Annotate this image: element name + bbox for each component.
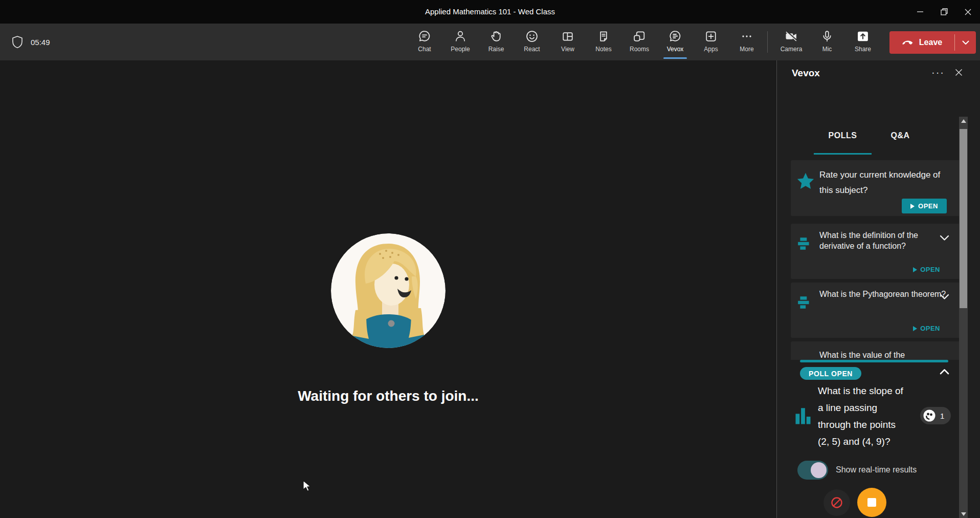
expand-poll-button[interactable] bbox=[940, 234, 949, 243]
toolbar-item-label: Chat bbox=[418, 46, 431, 53]
toolbar-separator bbox=[767, 31, 768, 53]
open-label: OPEN bbox=[920, 325, 940, 332]
audience-icon bbox=[923, 409, 936, 422]
minimize-icon bbox=[917, 9, 923, 15]
tab-qa[interactable]: Q&A bbox=[875, 131, 926, 155]
play-icon bbox=[913, 326, 917, 331]
vevox-panel: Vevox ··· POLLS Q&A Rate your current kn… bbox=[776, 60, 980, 518]
leave-options-button[interactable] bbox=[955, 31, 976, 54]
toolbar-item-view[interactable]: View bbox=[550, 24, 586, 60]
toolbar-item-vevox[interactable]: Vevox bbox=[657, 24, 693, 60]
timer-value: 05:49 bbox=[31, 38, 50, 47]
tab-active-underline bbox=[814, 153, 872, 155]
toolbar-item-more[interactable]: More bbox=[729, 24, 765, 60]
meeting-stage: Waiting for others to join... bbox=[0, 60, 776, 518]
toolbar-item-label: Vevox bbox=[667, 46, 684, 53]
panel-scrollbar[interactable] bbox=[959, 117, 968, 518]
bar-chart-icon bbox=[794, 407, 812, 428]
shield-icon bbox=[11, 35, 24, 49]
leave-main[interactable]: Leave bbox=[889, 31, 954, 54]
minimize-button[interactable] bbox=[908, 0, 932, 24]
toolbar-item-label: More bbox=[740, 46, 753, 53]
share-icon bbox=[856, 29, 870, 44]
active-poll-sheet: POLL OPEN What is the slope of a line pa… bbox=[777, 360, 980, 518]
more-ellipsis-icon bbox=[740, 29, 754, 44]
share-button[interactable]: Share bbox=[845, 24, 881, 60]
toolbar-item-chat[interactable]: Chat bbox=[407, 24, 442, 60]
title-bar: Applied Mathematics 101 - Wed Class bbox=[0, 0, 980, 24]
poll-status-badge: POLL OPEN bbox=[800, 367, 861, 380]
star-icon bbox=[796, 171, 815, 193]
open-poll-button[interactable]: OPEN bbox=[902, 199, 947, 213]
poll-question: Rate your current knowledge of this subj… bbox=[819, 167, 947, 198]
toolbar-item-apps[interactable]: Apps bbox=[693, 24, 729, 60]
leave-button[interactable]: Leave bbox=[889, 31, 976, 54]
tab-label: Q&A bbox=[890, 131, 909, 140]
poll-card[interactable]: What is the definition of the derivative… bbox=[791, 224, 961, 279]
device-item-label: Share bbox=[855, 46, 871, 53]
collapse-sheet-button[interactable] bbox=[937, 364, 952, 379]
camera-off-icon bbox=[784, 29, 798, 44]
scroll-down-button[interactable] bbox=[959, 510, 968, 518]
toolbar-item-label: Apps bbox=[704, 46, 718, 53]
waiting-message: Waiting for others to join... bbox=[0, 388, 776, 404]
poll-bars-icon bbox=[797, 236, 812, 253]
arrow-down-icon bbox=[961, 512, 966, 516]
toolbar-item-notes[interactable]: Notes bbox=[586, 24, 621, 60]
toolbar-item-react[interactable]: React bbox=[514, 24, 550, 60]
cancel-poll-button[interactable] bbox=[823, 489, 850, 516]
open-poll-link[interactable]: OPEN bbox=[913, 325, 940, 332]
toolbar-item-raise[interactable]: Raise bbox=[478, 24, 514, 60]
leave-label: Leave bbox=[919, 38, 942, 47]
toolbar-item-label: People bbox=[451, 46, 470, 53]
maximize-button[interactable] bbox=[932, 0, 956, 24]
realtime-results-toggle[interactable] bbox=[797, 461, 828, 480]
expand-poll-button[interactable] bbox=[940, 293, 949, 302]
panel-more-button[interactable]: ··· bbox=[929, 63, 947, 81]
toggle-label: Show real-time results bbox=[836, 465, 917, 474]
chevron-down-icon bbox=[940, 235, 949, 241]
scroll-up-button[interactable] bbox=[959, 117, 968, 125]
teams-meeting-window: Applied Mathematics 101 - Wed Class 05:4… bbox=[0, 0, 980, 518]
close-button[interactable] bbox=[956, 0, 980, 24]
open-label: OPEN bbox=[918, 202, 938, 210]
ellipsis-icon: ··· bbox=[931, 67, 945, 78]
block-icon bbox=[830, 496, 843, 509]
poll-bars-icon bbox=[797, 295, 812, 312]
chevron-down-icon bbox=[940, 294, 949, 300]
camera-button[interactable]: Camera bbox=[773, 24, 809, 60]
sheet-accent-line bbox=[800, 360, 948, 362]
play-icon bbox=[910, 204, 915, 209]
poll-card[interactable]: Rate your current knowledge of this subj… bbox=[791, 160, 961, 216]
toolbar-item-rooms[interactable]: Rooms bbox=[621, 24, 657, 60]
active-poll-question: What is the slope of a line passing thro… bbox=[818, 382, 920, 450]
meeting-title: Applied Mathematics 101 - Wed Class bbox=[0, 0, 980, 24]
close-icon bbox=[965, 9, 971, 15]
device-controls: Camera Mic Share bbox=[773, 24, 881, 60]
panel-close-button[interactable] bbox=[950, 63, 967, 81]
panel-title: Vevox bbox=[792, 68, 820, 79]
vevox-icon bbox=[668, 29, 682, 44]
toolbar-item-label: Notes bbox=[595, 46, 611, 53]
chevron-up-icon bbox=[940, 369, 949, 375]
poll-card[interactable]: What is the Pythagorean theorem? OPEN bbox=[791, 283, 961, 338]
raise-hand-icon bbox=[489, 29, 503, 44]
tab-label: POLLS bbox=[829, 131, 857, 140]
chevron-down-icon bbox=[962, 40, 969, 45]
meeting-timer: 05:49 bbox=[11, 24, 50, 60]
poll-status-label: POLL OPEN bbox=[809, 370, 853, 378]
scrollbar-thumb[interactable] bbox=[960, 129, 967, 308]
respondent-count: 1 bbox=[940, 412, 944, 420]
play-icon bbox=[913, 267, 917, 272]
device-item-label: Mic bbox=[822, 46, 832, 53]
device-item-label: Camera bbox=[781, 46, 803, 53]
stop-poll-button[interactable] bbox=[857, 488, 886, 517]
active-tab-underline bbox=[663, 57, 687, 59]
tab-polls[interactable]: POLLS bbox=[814, 131, 872, 155]
open-poll-link[interactable]: OPEN bbox=[913, 266, 940, 273]
mic-button[interactable]: Mic bbox=[809, 24, 845, 60]
toolbar-item-label: React bbox=[524, 46, 540, 53]
mouse-cursor bbox=[303, 480, 314, 494]
toolbar-item-people[interactable]: People bbox=[442, 24, 478, 60]
meeting-toolbar: 05:49 Chat People bbox=[0, 24, 980, 60]
